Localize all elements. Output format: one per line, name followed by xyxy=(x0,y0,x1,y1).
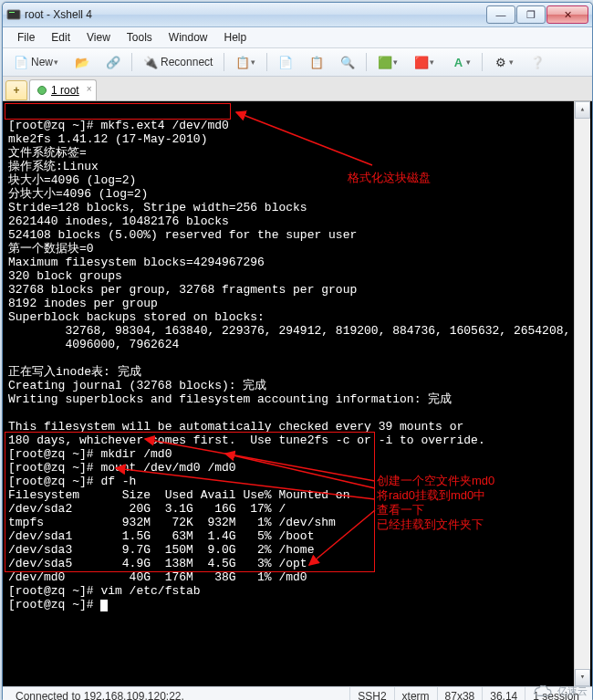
svg-line-2 xyxy=(236,112,372,165)
menu-window[interactable]: Window xyxy=(161,29,215,46)
term-line: /dev/sda5 4.9G 138M 4.5G 3% /opt xyxy=(8,557,307,570)
help-icon: ❔ xyxy=(530,55,545,69)
term-line: 文件系统标签= xyxy=(8,146,87,160)
term-line: 8192 inodes per group xyxy=(8,297,158,310)
paste-icon: 📋 xyxy=(309,55,324,69)
term-line: [root@zq ~]# xyxy=(8,598,100,611)
svg-rect-0 xyxy=(7,10,20,19)
find-icon: 🔍 xyxy=(340,55,355,69)
term-line: /dev/sda3 9.7G 150M 9.0G 2% /home xyxy=(8,543,314,557)
gear-icon: ⚙ xyxy=(494,55,508,69)
maximize-button[interactable]: ❐ xyxy=(516,5,546,24)
session-tab[interactable]: 1 root × xyxy=(29,79,97,100)
clipboard-icon: 📋 xyxy=(235,55,250,69)
term-line: 4096000, 7962624 xyxy=(8,338,179,351)
find-button[interactable]: 🔍 xyxy=(335,52,360,72)
highlight-box-cmd1 xyxy=(5,103,231,120)
new-icon: 📄 xyxy=(14,55,28,69)
term-line: 2621440 inodes, 10482176 blocks xyxy=(8,214,229,228)
separator xyxy=(266,53,267,71)
term-line: 32768 blocks per group, 32768 fragments … xyxy=(8,283,357,297)
tab-close-icon[interactable]: × xyxy=(87,84,92,94)
props-button[interactable]: 📋▾ xyxy=(230,52,261,72)
chevron-down-icon: ▾ xyxy=(54,57,58,67)
term-line: [root@zq ~]# mkfs.ext4 /dev/md0 xyxy=(8,119,229,132)
menu-file[interactable]: File xyxy=(10,29,42,46)
settings-button[interactable]: ⚙▾ xyxy=(488,52,519,72)
term-line: /dev/sda2 20G 3.1G 16G 17% / xyxy=(8,502,286,516)
app-window: root - Xshell 4 — ❐ ✕ File Edit View Too… xyxy=(2,2,593,700)
minimize-button[interactable]: — xyxy=(486,5,515,24)
annotation-text-1: 格式化这块磁盘 xyxy=(348,171,431,185)
tab-bar: + 1 root × xyxy=(3,77,592,101)
link-button[interactable]: 🔗 xyxy=(100,52,126,72)
menu-view[interactable]: View xyxy=(79,29,118,46)
open-icon: 📂 xyxy=(75,55,89,69)
tab-label: 1 root xyxy=(51,84,79,97)
term-line: tmpfs 932M 72K 932M 1% /dev/shm xyxy=(8,516,336,529)
term-line: 块大小=4096 (log=2) xyxy=(8,173,136,187)
term-line: mke2fs 1.41.12 (17-May-2010) xyxy=(8,132,207,146)
term-line: Creating journal (32768 blocks): 完成 xyxy=(8,379,266,392)
color-icon: 🟩 xyxy=(378,55,392,69)
palette1-button[interactable]: 🟩▾ xyxy=(372,52,403,72)
term-line: [root@zq ~]# vim /etc/fstab xyxy=(8,584,201,598)
status-protocol: SSH2 xyxy=(350,687,394,700)
open-button[interactable]: 📂 xyxy=(69,52,95,72)
status-bar: Connected to 192.168.109.120:22. SSH2 xt… xyxy=(3,686,592,700)
help-button[interactable]: ❔ xyxy=(525,52,550,72)
app-icon xyxy=(6,7,21,22)
term-line: Filesystem Size Used Avail Use% Mounted … xyxy=(8,488,349,502)
terminal[interactable]: [root@zq ~]# mkfs.ext4 /dev/md0 mke2fs 1… xyxy=(3,101,592,686)
term-line: Stride=128 blocks, Stripe width=256 bloc… xyxy=(8,201,307,214)
watermark: 亿速云 xyxy=(534,684,588,698)
term-line: /dev/md0 40G 176M 38G 1% /md0 xyxy=(8,570,307,584)
menu-tools[interactable]: Tools xyxy=(120,29,160,46)
scroll-track[interactable] xyxy=(575,119,590,669)
window-title: root - Xshell 4 xyxy=(25,8,486,21)
new-button[interactable]: 📄 New ▾ xyxy=(8,52,64,72)
status-size: 87x38 xyxy=(438,687,484,700)
term-line: 180 days, whichever comes first. Use tun… xyxy=(8,434,485,447)
chevron-down-icon: ▾ xyxy=(251,57,255,67)
close-button[interactable]: ✕ xyxy=(546,5,588,24)
new-tab-button[interactable]: + xyxy=(5,80,27,100)
menu-edit[interactable]: Edit xyxy=(44,29,78,46)
titlebar[interactable]: root - Xshell 4 — ❐ ✕ xyxy=(3,3,592,27)
svg-rect-1 xyxy=(9,12,15,13)
status-dot-icon xyxy=(37,86,47,95)
reconnect-button[interactable]: 🔌 Reconnect xyxy=(138,52,218,72)
term-line: [root@zq ~]# mount /dev/md0 /md0 xyxy=(8,461,236,475)
status-connection: Connected to 192.168.109.120:22. xyxy=(8,687,350,700)
term-line: /dev/sda1 1.5G 63M 1.4G 5% /boot xyxy=(8,529,314,543)
term-line: [root@zq ~]# df -h xyxy=(8,475,136,488)
copy-button[interactable]: 📄 xyxy=(273,52,298,72)
link-icon: 🔗 xyxy=(106,55,120,69)
cloud-icon xyxy=(534,685,554,698)
cursor xyxy=(100,600,108,611)
disconnect-icon: 🔌 xyxy=(143,55,158,69)
status-cursor: 36,14 xyxy=(483,687,525,700)
menubar: File Edit View Tools Window Help xyxy=(3,27,592,48)
scroll-up-button[interactable]: ▴ xyxy=(575,101,590,119)
font-button[interactable]: A▾ xyxy=(445,52,476,72)
status-term: xterm xyxy=(395,687,438,700)
term-line: 320 block groups xyxy=(8,269,122,283)
term-line: Superblock backups stored on blocks: xyxy=(8,310,265,324)
term-line: [root@zq ~]# mkdir /md0 xyxy=(8,447,172,461)
separator xyxy=(224,53,224,71)
term-line: Writing superblocks and filesystem accou… xyxy=(8,392,452,406)
menu-help[interactable]: Help xyxy=(217,29,255,46)
term-line: 32768, 98304, 163840, 229376, 294912, 81… xyxy=(8,324,570,338)
term-line: This filesystem will be automatically ch… xyxy=(8,420,463,434)
paste-button[interactable]: 📋 xyxy=(304,52,329,72)
color-icon: 🟥 xyxy=(414,55,429,69)
copy-icon: 📄 xyxy=(278,55,293,69)
palette2-button[interactable]: 🟥▾ xyxy=(409,52,440,72)
term-line: Maximum filesystem blocks=4294967296 xyxy=(8,256,265,269)
toolbar: 📄 New ▾ 📂 🔗 🔌 Reconnect 📋▾ 📄 📋 🔍 🟩▾ 🟥▾ A… xyxy=(3,48,592,77)
font-icon: A xyxy=(451,55,465,69)
term-line: 524108 blocks (5.00%) reserved for the s… xyxy=(8,228,357,242)
scrollbar[interactable]: ▴ ▾ xyxy=(574,101,590,686)
term-line: 正在写入inode表: 完成 xyxy=(8,365,141,379)
